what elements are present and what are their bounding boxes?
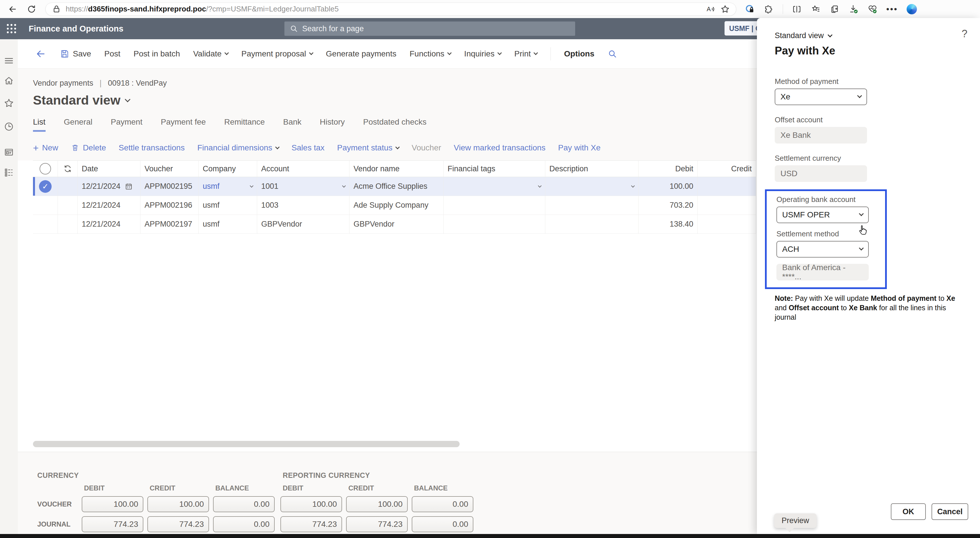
- company-link[interactable]: usmf: [203, 182, 220, 191]
- calendar-icon[interactable]: [124, 182, 133, 191]
- cell-tags[interactable]: [444, 215, 545, 233]
- generate-payments-button[interactable]: Generate payments: [326, 49, 396, 59]
- row-checkbox[interactable]: [33, 215, 58, 233]
- home-icon[interactable]: [3, 75, 14, 86]
- cell-vendor[interactable]: GBPVendor: [350, 215, 444, 233]
- payment-status-menu[interactable]: Payment status: [337, 143, 399, 152]
- chevron-down-icon[interactable]: [250, 184, 253, 188]
- downloads-icon[interactable]: [848, 4, 859, 14]
- recent-icon[interactable]: [3, 121, 14, 132]
- split-screen-icon[interactable]: [792, 4, 802, 14]
- cell-tags[interactable]: [444, 177, 545, 196]
- collections-icon[interactable]: [811, 4, 821, 14]
- column-header-debit[interactable]: Debit: [638, 161, 698, 177]
- tab-postdated-checks[interactable]: Postdated checks: [363, 117, 426, 132]
- cell-date[interactable]: 12/21/2024: [78, 215, 140, 233]
- cell-description[interactable]: [545, 196, 638, 214]
- tab-remittance[interactable]: Remittance: [224, 117, 265, 132]
- pay-with-xe-button[interactable]: Pay with Xe: [558, 143, 601, 152]
- cell-account[interactable]: GBPVendor: [257, 215, 350, 233]
- cell-company[interactable]: usmf: [199, 215, 257, 233]
- read-aloud-icon[interactable]: A: [706, 4, 716, 14]
- view-marked-transactions-button[interactable]: View marked transactions: [454, 143, 546, 152]
- tab-bank[interactable]: Bank: [283, 117, 302, 132]
- cell-credit[interactable]: [698, 196, 756, 214]
- table-row[interactable]: ✓ 12/21/2024 APPM002195 usmf 1001 Acme O…: [33, 177, 756, 196]
- table-row[interactable]: 12/21/2024 APPM002197 usmf GBPVendor GBP…: [33, 215, 756, 234]
- cell-account[interactable]: 1001: [257, 177, 350, 196]
- row-checkbox[interactable]: [33, 196, 58, 214]
- cell-credit[interactable]: [698, 215, 756, 233]
- cell-company[interactable]: usmf: [199, 177, 257, 196]
- refresh-icon[interactable]: [26, 4, 37, 14]
- new-button[interactable]: +New: [33, 143, 58, 152]
- column-header-voucher[interactable]: Voucher: [140, 161, 199, 177]
- table-row[interactable]: 12/21/2024 APPM002196 usmf 1003 Ade Supp…: [33, 196, 756, 215]
- cell-vendor[interactable]: Acme Office Supplies: [350, 177, 444, 196]
- address-bar[interactable]: https://d365finops-sand.hifxpreprod.poc/…: [45, 3, 736, 16]
- validate-menu[interactable]: Validate: [193, 49, 228, 59]
- search-input[interactable]: Search for a page: [285, 22, 575, 36]
- delete-button[interactable]: Delete: [71, 143, 106, 152]
- ok-button[interactable]: OK: [891, 503, 926, 520]
- operating-bank-account-select[interactable]: USMF OPER: [776, 206, 869, 223]
- save-page-icon[interactable]: [829, 4, 840, 14]
- cell-debit[interactable]: 703.20: [638, 196, 698, 214]
- cell-date[interactable]: 12/21/2024: [78, 177, 140, 196]
- sales-tax-button[interactable]: Sales tax: [291, 143, 325, 152]
- privacy-badge-icon[interactable]: [745, 4, 755, 14]
- cell-voucher[interactable]: APPM002195: [140, 177, 199, 196]
- more-icon[interactable]: •••: [886, 4, 898, 14]
- star-icon[interactable]: [3, 98, 14, 109]
- app-title[interactable]: Finance and Operations: [29, 24, 123, 33]
- hamburger-icon[interactable]: [3, 55, 14, 66]
- workspace-icon[interactable]: [3, 147, 14, 158]
- select-all-checkbox[interactable]: [33, 161, 58, 177]
- row-checkbox[interactable]: ✓: [33, 177, 58, 196]
- financial-dimensions-menu[interactable]: Financial dimensions: [197, 143, 279, 152]
- panel-view-dropdown[interactable]: Standard view: [775, 31, 969, 40]
- breadcrumb-section[interactable]: Vendor payments: [33, 79, 93, 88]
- help-icon[interactable]: ?: [962, 28, 967, 40]
- column-header-credit[interactable]: Credit: [698, 161, 756, 177]
- post-button[interactable]: Post: [104, 49, 121, 59]
- method-of-payment-select[interactable]: Xe: [775, 89, 867, 105]
- back-icon[interactable]: [8, 4, 18, 14]
- tab-payment[interactable]: Payment: [111, 117, 143, 132]
- copilot-icon[interactable]: [907, 4, 917, 14]
- favorite-star-icon[interactable]: [720, 4, 730, 14]
- cell-credit[interactable]: [698, 177, 756, 196]
- column-header-company[interactable]: Company: [199, 161, 257, 177]
- waffle-icon[interactable]: [5, 22, 18, 35]
- column-header-tags[interactable]: Financial tags: [444, 161, 545, 177]
- cell-voucher[interactable]: APPM002197: [140, 215, 199, 233]
- modules-icon[interactable]: [3, 167, 14, 178]
- cancel-button[interactable]: Cancel: [932, 503, 968, 520]
- cell-description[interactable]: [545, 177, 638, 196]
- post-in-batch-button[interactable]: Post in batch: [134, 49, 180, 59]
- column-header-date[interactable]: Date: [78, 161, 140, 177]
- column-header-account[interactable]: Account: [257, 161, 350, 177]
- cell-tags[interactable]: [444, 196, 545, 214]
- functions-menu[interactable]: Functions: [409, 49, 451, 59]
- print-menu[interactable]: Print: [514, 49, 538, 59]
- cell-account[interactable]: 1003: [257, 196, 350, 214]
- cell-company[interactable]: usmf: [199, 196, 257, 214]
- chevron-down-icon[interactable]: [538, 184, 542, 188]
- tab-general[interactable]: General: [64, 117, 92, 132]
- sync-column[interactable]: [58, 161, 78, 177]
- tab-history[interactable]: History: [320, 117, 345, 132]
- tab-list[interactable]: List: [33, 117, 46, 132]
- column-header-vendor[interactable]: Vendor name: [350, 161, 444, 177]
- chevron-down-icon[interactable]: [342, 184, 346, 188]
- cell-debit[interactable]: 100.00: [638, 177, 698, 196]
- horizontal-scrollbar[interactable]: [33, 441, 460, 447]
- options-menu[interactable]: Options: [564, 49, 594, 59]
- settlement-method-select[interactable]: ACH: [776, 241, 869, 257]
- save-button[interactable]: Save: [60, 49, 91, 59]
- inquiries-menu[interactable]: Inquiries: [464, 49, 501, 59]
- chevron-down-icon[interactable]: [631, 184, 635, 188]
- tab-payment-fee[interactable]: Payment fee: [161, 117, 206, 132]
- cell-debit[interactable]: 138.40: [638, 215, 698, 233]
- extensions-icon[interactable]: [764, 4, 774, 14]
